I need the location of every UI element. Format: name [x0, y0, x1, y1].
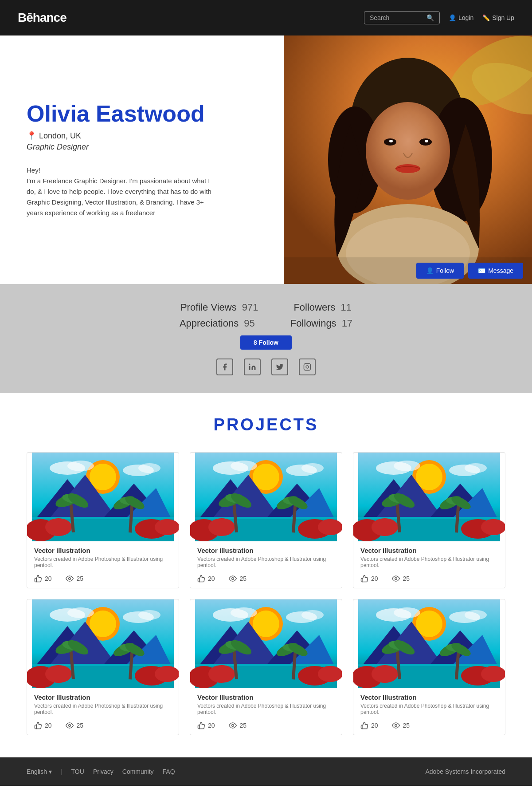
project-likes: 20 — [360, 721, 378, 729]
message-button[interactable]: ✉️ Message — [468, 263, 523, 279]
projects-grid: Vector Illustration Vectors created in A… — [27, 452, 505, 735]
views-icon — [391, 721, 400, 729]
views-count: 25 — [77, 722, 84, 729]
search-box[interactable]: 🔍 — [364, 11, 440, 24]
project-card[interactable]: Vector Illustration Vectors created in A… — [27, 452, 179, 588]
like-icon — [34, 721, 42, 729]
project-name: Vector Illustration — [360, 693, 498, 701]
project-desc: Vectors created in Adobe Photoshop & Ill… — [360, 703, 498, 715]
instagram-icon[interactable] — [299, 359, 316, 375]
language-selector[interactable]: English ▾ — [27, 768, 52, 775]
views-icon — [65, 575, 74, 583]
signup-button[interactable]: ✏️ Sign Up — [482, 14, 514, 21]
follow-button[interactable]: 👤 Follow — [416, 263, 464, 279]
svg-point-10 — [425, 140, 428, 142]
svg-point-14 — [249, 364, 250, 365]
svg-point-47 — [231, 461, 257, 471]
svg-point-111 — [155, 666, 179, 682]
svg-point-123 — [253, 611, 279, 637]
svg-point-120 — [68, 725, 70, 727]
hero-actions: 👤 Follow ✉️ Message — [284, 257, 532, 284]
appreciations-stat: Appreciations 95 — [180, 318, 255, 329]
svg-point-149 — [416, 611, 442, 637]
project-image — [27, 599, 179, 688]
svg-point-135 — [208, 665, 235, 683]
footer-tou-link[interactable]: TOU — [71, 768, 84, 775]
svg-point-161 — [372, 665, 398, 683]
project-card[interactable]: Vector Illustration Vectors created in A… — [190, 452, 342, 588]
facebook-icon[interactable] — [216, 359, 233, 375]
stats-section: Profile Views 971 Followers 11 Appreciat… — [0, 284, 532, 393]
project-stats: 20 25 — [34, 573, 172, 584]
footer-privacy-link[interactable]: Privacy — [93, 768, 113, 775]
project-name: Vector Illustration — [34, 547, 172, 554]
like-icon — [34, 575, 42, 583]
header: Bēhance 🔍 👤 Login ✏️ Sign Up — [0, 0, 532, 35]
footer-left: English ▾ | TOU Privacy Community FAQ — [27, 768, 175, 775]
login-icon: 👤 — [449, 14, 456, 21]
project-image — [27, 453, 179, 541]
hero-photo-area: 👤 Follow ✉️ Message — [284, 35, 532, 284]
followers-label: Followers — [293, 302, 335, 313]
project-likes: 20 — [197, 575, 215, 583]
project-card[interactable]: Vector Illustration Vectors created in A… — [353, 452, 505, 588]
project-name: Vector Illustration — [197, 547, 335, 554]
views-icon — [228, 575, 237, 583]
twitter-icon[interactable] — [271, 359, 288, 375]
svg-point-101 — [138, 610, 160, 620]
location-icon: 📍 — [27, 131, 36, 141]
project-stats: 20 25 — [360, 720, 498, 731]
followings-value: 17 — [342, 318, 352, 329]
svg-point-172 — [395, 725, 397, 727]
views-count: 25 — [403, 575, 410, 582]
svg-point-6 — [366, 102, 450, 200]
project-image — [190, 453, 342, 541]
views-icon — [391, 575, 400, 583]
profile-bio: Hey! I'm a Freelance Graphic Designer. I… — [27, 165, 213, 218]
linkedin-icon[interactable] — [244, 359, 261, 375]
svg-point-97 — [90, 611, 116, 637]
project-likes: 20 — [34, 721, 52, 729]
views-count: 25 — [77, 575, 84, 582]
project-views: 25 — [391, 721, 410, 729]
project-info: Vector Illustration Vectors created in A… — [27, 688, 179, 735]
svg-point-49 — [301, 463, 324, 473]
footer-faq-link[interactable]: FAQ — [163, 768, 175, 775]
likes-count: 20 — [45, 722, 52, 729]
svg-point-68 — [231, 578, 234, 580]
hero-section: Olivia Eastwood 📍 London, UK Graphic Des… — [0, 35, 532, 284]
project-likes: 20 — [197, 721, 215, 729]
social-icons — [0, 359, 532, 375]
header-right: 🔍 👤 Login ✏️ Sign Up — [364, 11, 514, 24]
portrait-svg — [284, 35, 532, 284]
svg-point-71 — [416, 464, 442, 490]
project-desc: Vectors created in Adobe Photoshop & Ill… — [34, 556, 172, 568]
views-count: 25 — [240, 722, 247, 729]
stats-follow-button[interactable]: 8 Follow — [240, 335, 292, 350]
svg-point-137 — [318, 666, 342, 682]
chevron-down-icon: ▾ — [49, 768, 52, 775]
projects-title: PROJECTS — [27, 415, 505, 434]
svg-point-59 — [318, 519, 342, 535]
project-card[interactable]: Vector Illustration Vectors created in A… — [353, 599, 505, 735]
profile-views-stat: Profile Views 971 — [180, 302, 258, 313]
project-likes: 20 — [34, 575, 52, 583]
likes-count: 20 — [371, 722, 378, 729]
svg-point-9 — [389, 140, 393, 142]
followers-stat: Followers 11 — [293, 302, 352, 313]
footer-community-link[interactable]: Community — [122, 768, 154, 775]
svg-point-45 — [253, 464, 279, 490]
likes-count: 20 — [208, 722, 215, 729]
svg-point-146 — [231, 725, 234, 727]
project-name: Vector Illustration — [197, 693, 335, 701]
views-icon — [228, 721, 237, 729]
search-input[interactable] — [370, 14, 423, 21]
project-info: Vector Illustration Vectors created in A… — [190, 688, 342, 735]
project-card[interactable]: Vector Illustration Vectors created in A… — [27, 599, 179, 735]
hero-info: Olivia Eastwood 📍 London, UK Graphic Des… — [0, 35, 284, 284]
project-views: 25 — [391, 575, 410, 583]
svg-point-163 — [481, 666, 505, 682]
project-card[interactable]: Vector Illustration Vectors created in A… — [190, 599, 342, 735]
svg-point-99 — [67, 607, 94, 618]
login-button[interactable]: 👤 Login — [449, 14, 473, 21]
